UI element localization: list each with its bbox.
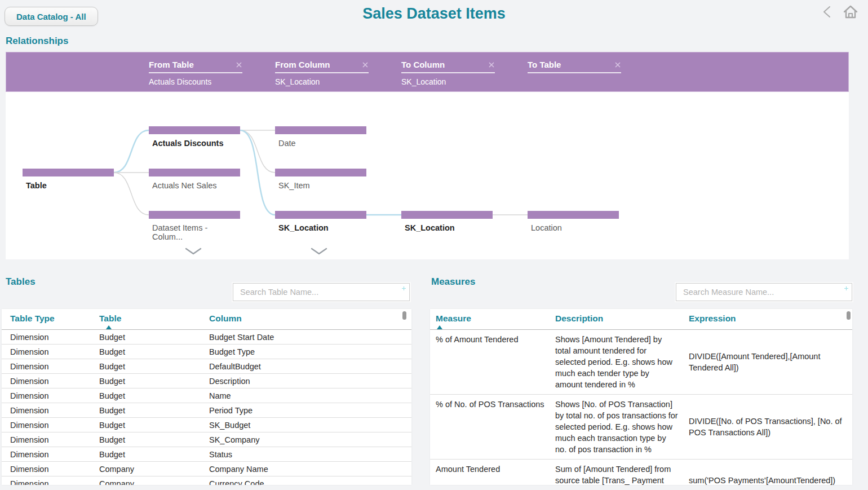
cell-column: Name — [209, 389, 411, 403]
cell-expression: sum('POS Payments'[AmountTendered]) — [689, 460, 852, 485]
node-date-bar — [275, 126, 366, 134]
cell-table: Company — [99, 462, 209, 476]
relationships-heading: Relationships — [6, 36, 68, 47]
table-row[interactable]: Dimension Budget Budget Start Date — [2, 330, 411, 345]
cell-column: SK_Budget — [209, 418, 411, 432]
column-header-expression[interactable]: Expression — [689, 309, 852, 330]
tables-grid: Table Type Table Column Dimension Budget… — [2, 309, 411, 485]
relationship-links — [6, 92, 849, 259]
node-location-bar — [528, 211, 619, 219]
measure-row[interactable]: % of Amount Tendered Shows [Amount Tende… — [430, 330, 852, 395]
cell-table-type: Dimension — [2, 476, 99, 485]
table-row[interactable]: Dimension Budget Status — [2, 447, 411, 462]
node-date-label: Date — [278, 139, 366, 148]
filter-from-column-clear-icon[interactable] — [362, 61, 369, 68]
column-header-table-type[interactable]: Table Type — [2, 309, 99, 330]
tables-heading: Tables — [6, 276, 36, 288]
table-row[interactable]: Dimension Budget SK_Company — [2, 432, 411, 447]
cell-column: Budget Start Date — [209, 330, 411, 345]
filter-to-column-value: SK_Location — [401, 77, 495, 86]
column-header-measure[interactable]: Measure — [430, 309, 555, 330]
expand-chevron-down-icon[interactable] — [185, 248, 202, 258]
expand-chevron-down-icon[interactable] — [311, 248, 327, 258]
node-location-label: Location — [531, 223, 619, 232]
cell-measure: Amount Tendered — [430, 460, 555, 485]
table-row[interactable]: Dimension Budget Name — [2, 389, 411, 403]
cell-column: Description — [209, 374, 411, 389]
cell-table: Budget — [99, 359, 209, 374]
cell-column: SK_Company — [209, 432, 411, 447]
node-dataset-items-label: Dataset Items - Colum... — [152, 223, 240, 241]
nav-icons — [821, 2, 860, 24]
cell-table-type: Dimension — [2, 345, 99, 359]
node-actuals-net-sales-label: Actuals Net Sales — [152, 181, 240, 190]
cell-expression: DIVIDE([Amount Tendered],[Amount Tendere… — [689, 330, 852, 395]
measure-search-input[interactable] — [676, 284, 852, 301]
node-date[interactable]: Date — [275, 126, 366, 148]
node-table[interactable]: Table — [23, 169, 114, 190]
node-sk-item-label: SK_Item — [278, 181, 366, 190]
tables-scrollbar[interactable] — [402, 311, 406, 320]
cell-table: Budget — [99, 330, 209, 345]
column-header-description[interactable]: Description — [555, 309, 689, 330]
node-actuals-net-sales-bar — [149, 169, 240, 176]
node-location[interactable]: Location — [528, 211, 619, 232]
node-sk-location-to[interactable]: SK_Location — [401, 211, 493, 232]
cell-description: Sum of [Amount Tendered] from source tab… — [555, 460, 689, 485]
measure-row[interactable]: Amount Tendered Sum of [Amount Tendered]… — [430, 460, 852, 485]
sort-ascending-icon — [106, 325, 112, 329]
cell-table: Budget — [99, 447, 209, 462]
node-sk-item-bar — [275, 169, 366, 176]
node-actuals-net-sales[interactable]: Actuals Net Sales — [149, 169, 240, 190]
cell-table: Company — [99, 476, 209, 485]
table-row[interactable]: Dimension Budget Budget Type — [2, 345, 411, 359]
page-title: Sales Dataset Items — [0, 5, 868, 23]
node-sk-location-from[interactable]: SK_Location — [275, 211, 366, 232]
table-row[interactable]: Dimension Budget Description — [2, 374, 411, 389]
relationships-panel: From Table Actuals Discounts From Column… — [6, 52, 849, 259]
filter-to-table-value — [528, 77, 621, 86]
node-dataset-items[interactable]: Dataset Items - Colum... — [149, 211, 240, 241]
measures-header-row: Measure Description Expression — [430, 309, 852, 330]
filter-to-column-clear-icon[interactable] — [488, 61, 495, 68]
table-row[interactable]: Dimension Company Company Name — [2, 462, 411, 476]
measures-heading: Measures — [431, 276, 475, 288]
cell-table: Budget — [99, 389, 209, 403]
cell-description: Shows [Amount Tendered] by total amount … — [555, 330, 689, 395]
back-chevron-icon[interactable] — [821, 3, 833, 23]
cell-column: Budget Type — [209, 345, 411, 359]
table-search-input[interactable] — [233, 284, 409, 301]
cell-expression: DIVIDE([No. of POS Transactions], [No. o… — [689, 395, 852, 460]
table-row[interactable]: Dimension Company Currency Code — [2, 476, 411, 485]
cell-table-type: Dimension — [2, 418, 99, 432]
measures-scrollbar[interactable] — [847, 311, 851, 320]
filter-from-table-clear-icon[interactable] — [236, 61, 242, 68]
cell-measure: % of Amount Tendered — [430, 330, 555, 395]
node-actuals-discounts-label: Actuals Discounts — [152, 139, 240, 148]
filter-to-table-clear-icon[interactable] — [614, 61, 621, 68]
column-header-table[interactable]: Table — [99, 309, 209, 330]
measure-row[interactable]: % of No. of POS Transactions Shows [No. … — [430, 395, 852, 460]
cell-table: Budget — [99, 345, 209, 359]
filter-to-column-label: To Column — [401, 60, 445, 69]
cell-table: Budget — [99, 374, 209, 389]
filter-from-column-value: SK_Location — [275, 77, 369, 86]
filter-from-column-label: From Column — [275, 60, 330, 69]
table-row[interactable]: Dimension Budget Period Type — [2, 403, 411, 418]
table-search-box — [233, 283, 410, 301]
cell-table: Budget — [99, 403, 209, 418]
node-sk-location-to-bar — [401, 211, 493, 219]
table-row[interactable]: Dimension Budget SK_Budget — [2, 418, 411, 432]
cell-table: Budget — [99, 432, 209, 447]
node-sk-location-to-label: SK_Location — [405, 223, 493, 232]
node-actuals-discounts[interactable]: Actuals Discounts — [149, 126, 240, 148]
cell-table-type: Dimension — [2, 330, 99, 345]
column-header-column[interactable]: Column — [209, 309, 411, 330]
cell-column: Currency Code — [209, 476, 411, 485]
filter-from-column: From Column SK_Location — [275, 60, 369, 86]
node-sk-item[interactable]: SK_Item — [275, 169, 366, 190]
table-row[interactable]: Dimension Budget DefaultBudget — [2, 359, 411, 374]
filter-to-table-label: To Table — [528, 60, 561, 69]
home-icon[interactable] — [841, 2, 860, 24]
node-dataset-items-bar — [149, 211, 240, 219]
